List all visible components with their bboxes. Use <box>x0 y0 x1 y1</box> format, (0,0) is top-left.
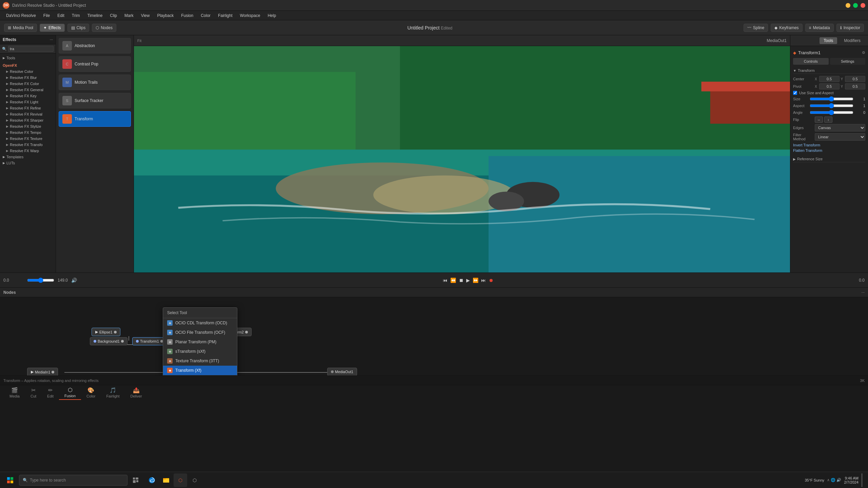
volume-icon[interactable]: 🔊 <box>71 278 77 283</box>
nodes-more-icon[interactable]: ··· <box>862 290 865 294</box>
popup-item-texture-transform[interactable]: ◆ Texture Transform (3TT) <box>163 356 237 366</box>
flip-h-btn[interactable]: ↔ <box>815 117 823 123</box>
resolve-color-item[interactable]: ▶ Resolve Color <box>0 68 56 75</box>
pivot-x-input[interactable] <box>819 83 840 89</box>
fx-card-transform[interactable]: T Transform <box>59 111 131 127</box>
node-background1[interactable]: Background1 <box>90 337 127 345</box>
edges-dropdown[interactable]: Canvas Wrap Duplicate <box>815 124 865 131</box>
center-x-input[interactable] <box>819 76 840 82</box>
resolve-fx-blur-item[interactable]: ▶ Resolve FX Blur <box>0 75 56 81</box>
popup-item-ocio-file[interactable]: ◆ OCIO File Transform (OCF) <box>163 328 237 337</box>
resolve-fx-sharper-item[interactable]: ▶ Resolve FX Sharper <box>0 117 56 123</box>
center-y-input[interactable] <box>845 76 865 82</box>
node-ellipse1[interactable]: ▶ Ellipse1 <box>92 328 120 336</box>
luts-header[interactable]: ▶ LUTs <box>0 160 56 166</box>
effects-search-input[interactable] <box>8 46 54 52</box>
windows-start-button[interactable] <box>3 473 18 488</box>
popup-item-transform[interactable]: ◆ Transform <box>163 375 237 375</box>
fx-card-surface-tracker[interactable]: S Surface Tracker <box>59 93 131 108</box>
play-button[interactable]: ▶ <box>466 278 470 283</box>
resolve-fx-revival-item[interactable]: ▶ Resolve FX Revival <box>0 111 56 117</box>
templates-header[interactable]: ▶ Templates <box>0 154 56 160</box>
resolve-fx-transfo-item[interactable]: ▶ Resolve FX Transfo <box>0 142 56 148</box>
resolve-fx-refine-item[interactable]: ▶ Resolve FX Refine <box>0 105 56 111</box>
fairlight-module-btn[interactable]: 🎵 Fairlight <box>101 386 125 400</box>
menu-item-trim[interactable]: Trim <box>68 12 83 19</box>
node-mediaout1[interactable]: MediaOut1 <box>327 368 357 375</box>
menu-item-davinci-resolve[interactable]: DaVinci Resolve <box>3 12 39 19</box>
menu-item-clip[interactable]: Clip <box>106 12 120 19</box>
davinci-resolve-taskbar-icon[interactable]: ⬡ <box>174 473 187 487</box>
media-module-btn[interactable]: 🎬 Media <box>4 386 25 400</box>
modifiers-tab[interactable]: Modifiers <box>840 37 865 44</box>
resolve-fx-stylize-item[interactable]: ▶ Resolve FX Stylize <box>0 123 56 129</box>
clips-button[interactable]: ▤ Clips <box>67 24 90 32</box>
menu-item-color[interactable]: Color <box>197 12 214 19</box>
resolve-fx-texture-item[interactable]: ▶ Resolve FX Texture <box>0 136 56 142</box>
menu-item-playback[interactable]: Playback <box>154 12 177 19</box>
inspector-button[interactable]: ℹ Inspector <box>836 24 864 32</box>
resolve-fx-key-item[interactable]: ▶ Resolve FX Key <box>0 93 56 99</box>
effects-more-icon[interactable]: ··· <box>50 38 53 42</box>
menu-item-edit[interactable]: Edit <box>54 12 68 19</box>
resolve-fx-general-item[interactable]: ▶ Resolve FX General <box>0 87 56 93</box>
popup-item-ocio-cdl[interactable]: ◆ OCIO CDL Transform (OCD) <box>163 318 237 328</box>
record-button[interactable]: ⏺ <box>489 278 493 283</box>
menu-item-mark[interactable]: Mark <box>121 12 137 19</box>
tools-tab[interactable]: Tools <box>820 37 837 44</box>
menu-item-fusion[interactable]: Fusion <box>178 12 197 19</box>
spline-button[interactable]: 〰 Spline <box>744 24 768 32</box>
invert-transform-btn[interactable]: Invert Transform <box>793 142 865 148</box>
controls-btn[interactable]: Controls <box>793 58 829 65</box>
maximize-button[interactable] <box>853 3 858 8</box>
davinci-resolve-2-icon[interactable]: ⬡ <box>188 473 201 487</box>
frame-back-button[interactable]: ⏪ <box>450 278 456 283</box>
popup-item-planar[interactable]: ◆ Planar Transform (PM) <box>163 337 237 347</box>
aspect-slider[interactable] <box>810 103 853 108</box>
windows-search-bar[interactable]: 🔍 Type here to search <box>19 475 127 486</box>
pivot-y-input[interactable] <box>845 83 865 89</box>
fx-card-contrast-pop[interactable]: C Contrast Pop <box>59 56 131 72</box>
tools-header[interactable]: ▶ Tools <box>0 55 56 61</box>
resolve-fx-light-item[interactable]: ▶ Resolve FX Light <box>0 99 56 105</box>
menu-item-view[interactable]: View <box>138 12 153 19</box>
fx-card-motion-trails[interactable]: M Motion Trails <box>59 75 131 90</box>
cut-module-btn[interactable]: ✂ Cut <box>25 386 42 400</box>
edit-module-btn[interactable]: ✏ Edit <box>42 386 59 400</box>
frame-fwd-button[interactable]: ⏩ <box>473 278 478 283</box>
menu-item-workspace[interactable]: Workspace <box>237 12 264 19</box>
edge-icon[interactable] <box>145 473 159 487</box>
file-explorer-icon[interactable] <box>159 473 173 487</box>
resolve-fx-tempo-item[interactable]: ▶ Resolve FX Tempo <box>0 129 56 136</box>
close-button[interactable] <box>861 3 865 8</box>
resolve-fx-warp-item[interactable]: ▶ Resolve FX Warp <box>0 148 56 154</box>
fusion-module-btn[interactable]: ⬡ Fusion <box>59 385 81 400</box>
menu-item-help[interactable]: Help <box>264 12 279 19</box>
deliver-module-btn[interactable]: 📤 Deliver <box>125 386 147 400</box>
media-pool-button[interactable]: ⊞ Media Pool <box>4 24 37 32</box>
flatten-transform-btn[interactable]: Flatten Transform <box>793 148 865 153</box>
use-size-aspect-checkbox[interactable] <box>793 91 797 95</box>
menu-item-file[interactable]: File <box>40 12 53 19</box>
minimize-button[interactable] <box>846 3 850 8</box>
popup-item-transform-xf[interactable]: ◆ Transform (Xf) <box>163 366 237 375</box>
skip-fwd-button[interactable]: ⏭ <box>481 278 486 283</box>
time-slider[interactable] <box>27 278 54 283</box>
settings-btn[interactable]: Settings <box>830 58 866 65</box>
metadata-button[interactable]: ≡ Metadata <box>805 24 834 32</box>
stop-button[interactable]: ⏹ <box>459 278 463 283</box>
flip-v-btn[interactable]: ↕ <box>824 117 832 123</box>
node-transform1[interactable]: Transform1 <box>132 337 167 345</box>
resolve-fx-color-item[interactable]: ▶ Resolve FX Color <box>0 81 56 87</box>
nodes-button[interactable]: ⬡ Nodes <box>92 24 116 32</box>
angle-slider[interactable] <box>810 110 853 115</box>
menu-item-fairlight[interactable]: Fairlight <box>215 12 236 19</box>
effects-button[interactable]: ✦ Effects <box>40 24 64 32</box>
system-clock[interactable]: 9:46 AM 2/7/2024 <box>844 476 859 484</box>
transform-section-header[interactable]: ▼ Transform <box>793 67 865 74</box>
popup-item-stransform[interactable]: ◆ sTransform (sXf) <box>163 347 237 356</box>
show-desktop-btn[interactable] <box>861 473 863 487</box>
skip-back-button[interactable]: ⏮ <box>443 278 448 283</box>
reference-size-header[interactable]: ▶ Reference Size <box>793 156 865 162</box>
menu-item-timeline[interactable]: Timeline <box>84 12 106 19</box>
